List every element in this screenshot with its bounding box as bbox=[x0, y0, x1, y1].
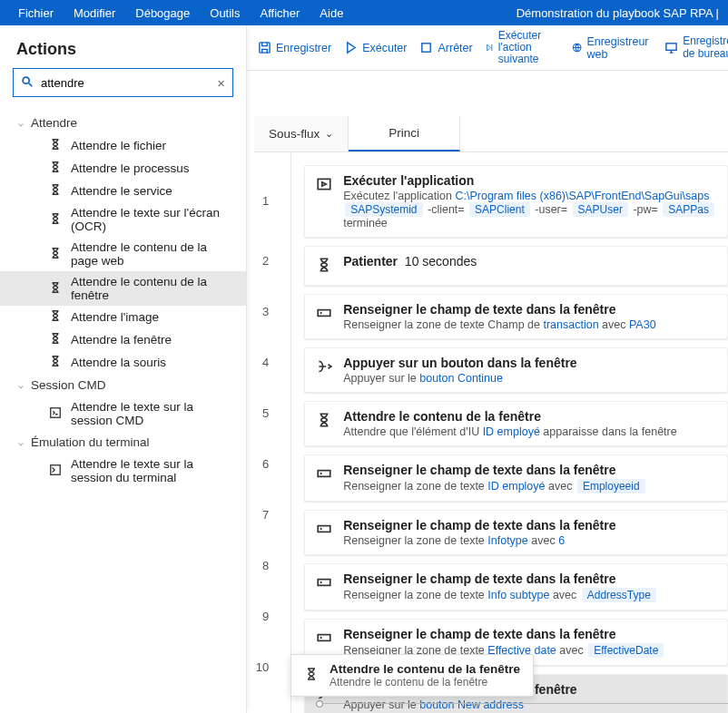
hourglass-icon bbox=[49, 138, 62, 153]
step-card[interactable]: Renseigner le champ de texte dans la fen… bbox=[304, 294, 728, 339]
tree-item[interactable]: Attendre la fenêtre bbox=[0, 328, 246, 351]
menu-bar: FichierModifierDébogageOutilsAfficherAid… bbox=[0, 0, 728, 25]
steps-list: Exécuter l'applicationExécutez l'applica… bbox=[291, 152, 728, 713]
drag-hint-tooltip: Attendre le contenu de la fenêtre Attend… bbox=[290, 654, 534, 697]
step-description: Renseigner la zone de texte Infotype ave… bbox=[343, 534, 716, 547]
hint-subtitle: Attendre le contenu de la fenêtre bbox=[330, 676, 520, 689]
menu-item[interactable]: Débogage bbox=[126, 4, 199, 23]
tree-item[interactable]: Attendre le texte sur la session du term… bbox=[0, 454, 246, 488]
step-title: Renseigner le champ de texte dans la fen… bbox=[343, 302, 716, 317]
tree-item[interactable]: Attendre le contenu de la fenêtre bbox=[0, 271, 246, 306]
tree-item[interactable]: Attendre le texte sur la session CMD bbox=[0, 396, 246, 431]
tree-item-label: Attendre l'image bbox=[71, 310, 159, 324]
menu-item[interactable]: Modifier bbox=[64, 4, 124, 23]
step-description: Renseigner la zone de texte Info subtype… bbox=[343, 588, 716, 602]
actions-sidebar: Actions × ⌵AttendreAttendre le fichierAt… bbox=[0, 25, 247, 713]
tree-item-label: Attendre le texte sur l'écran (OCR) bbox=[71, 206, 237, 233]
tree-item[interactable]: Attendre le service bbox=[0, 180, 246, 202]
line-gutter: 12345678910 bbox=[247, 152, 291, 713]
step-card[interactable]: Renseigner le champ de texte dans la fen… bbox=[304, 510, 728, 555]
hourglass-icon bbox=[316, 257, 332, 273]
tree-item[interactable]: Attendre l'image bbox=[0, 306, 246, 328]
step-title: Renseigner le champ de texte dans la fen… bbox=[343, 518, 716, 532]
chevron-down-icon: ⌄ bbox=[325, 128, 333, 140]
textbox-icon bbox=[316, 305, 332, 321]
hourglass-icon bbox=[49, 183, 62, 199]
step-title: Attendre le contenu de la fenêtre bbox=[343, 409, 716, 424]
line-number: 3 bbox=[247, 286, 290, 337]
step-card[interactable]: Patienter 10 secondes bbox=[304, 246, 728, 286]
main-area: Sous-flux ⌄ Princi 12345678910 Exécuter … bbox=[247, 71, 728, 713]
menu-item[interactable]: Fichier bbox=[9, 4, 63, 23]
hourglass-icon bbox=[304, 667, 319, 684]
tree-item[interactable]: Attendre la souris bbox=[0, 351, 246, 374]
step-title: Renseigner le champ de texte dans la fen… bbox=[343, 571, 716, 586]
line-number: 9 bbox=[247, 591, 290, 641]
stop-button[interactable]: Arrêter bbox=[419, 41, 472, 54]
search-box[interactable]: × bbox=[13, 68, 233, 97]
menu-item[interactable]: Aide bbox=[310, 4, 352, 23]
line-number: 8 bbox=[247, 540, 290, 591]
hourglass-icon bbox=[49, 212, 62, 228]
step-title: Renseigner le champ de texte dans la fen… bbox=[343, 463, 716, 477]
textbox-icon bbox=[316, 630, 332, 646]
hint-title: Attendre le contenu de la fenêtre bbox=[330, 662, 520, 676]
tree-group[interactable]: ⌵Attendre bbox=[0, 112, 246, 134]
line-number: 10 bbox=[247, 641, 290, 692]
tree-item-label: Attendre le fichier bbox=[71, 139, 166, 152]
tree-item-label: Attendre le contenu de la page web bbox=[71, 240, 237, 268]
drop-indicator bbox=[320, 703, 728, 704]
line-number: 7 bbox=[247, 489, 290, 540]
run-next-action-button[interactable]: Exécuter l'actionsuivante bbox=[486, 30, 546, 66]
cursor-icon bbox=[316, 358, 332, 375]
menu-item[interactable]: Afficher bbox=[251, 4, 310, 23]
step-description: Renseigner la zone de texte Champ de tra… bbox=[343, 318, 716, 331]
step-description: Exécutez l'application C:\Program files … bbox=[343, 190, 716, 202]
step-title: Renseigner le champ de texte dans la fen… bbox=[343, 627, 716, 641]
line-number: 2 bbox=[247, 235, 290, 286]
step-description: Appuyer sur le bouton New address bbox=[343, 698, 716, 711]
step-card[interactable]: Exécuter l'applicationExécutez l'applica… bbox=[304, 165, 728, 238]
search-icon bbox=[21, 75, 34, 91]
step-description: terminée bbox=[343, 217, 716, 230]
desktop-recorder-button[interactable]: Enregistrementde bureau bbox=[664, 35, 728, 59]
web-recorder-button[interactable]: Enregistreur web bbox=[572, 35, 652, 61]
tree-item[interactable]: Attendre le fichier bbox=[0, 134, 246, 157]
search-input[interactable] bbox=[41, 76, 210, 90]
save-button[interactable]: Enregistrer bbox=[258, 41, 331, 54]
tree-group[interactable]: ⌵Émulation du terminal bbox=[0, 431, 246, 454]
tree-item[interactable]: Attendre le processus bbox=[0, 157, 246, 180]
tree-item-label: Attendre la souris bbox=[71, 356, 166, 369]
window-title: Démonstration du playbook SAP RPA | bbox=[516, 6, 719, 20]
step-description: Appuyer sur le bouton Continue bbox=[343, 372, 716, 385]
run-button[interactable]: Exécuter bbox=[344, 41, 407, 54]
textbox-icon bbox=[316, 521, 332, 537]
hourglass-icon bbox=[49, 355, 62, 370]
subflows-dropdown[interactable]: Sous-flux ⌄ bbox=[254, 116, 349, 151]
menu-left: FichierModifierDébogageOutilsAfficherAid… bbox=[9, 4, 352, 23]
step-card[interactable]: Renseigner le champ de texte dans la fen… bbox=[304, 454, 728, 502]
hourglass-icon bbox=[316, 412, 332, 428]
tab-main[interactable]: Princi bbox=[349, 116, 460, 151]
play-window-icon bbox=[316, 176, 332, 192]
clear-search-icon[interactable]: × bbox=[217, 75, 225, 91]
terminal-icon bbox=[49, 464, 62, 479]
step-card[interactable]: Renseigner le champ de texte dans la fen… bbox=[304, 563, 728, 610]
tree-group[interactable]: ⌵Session CMD bbox=[0, 374, 246, 396]
step-card[interactable]: Appuyer sur un bouton dans la fenêtreApp… bbox=[304, 347, 728, 393]
chevron-down-icon: ⌵ bbox=[18, 380, 24, 390]
textbox-icon bbox=[316, 465, 332, 482]
step-card[interactable]: Attendre le contenu de la fenêtreAttendr… bbox=[304, 401, 728, 446]
hourglass-icon bbox=[49, 309, 62, 325]
tree-item[interactable]: Attendre le contenu de la page web bbox=[0, 237, 246, 271]
tree-item[interactable]: Attendre le texte sur l'écran (OCR) bbox=[0, 202, 246, 237]
tree-item-label: Attendre le processus bbox=[71, 161, 190, 175]
textbox-icon bbox=[316, 574, 332, 591]
hourglass-icon bbox=[49, 247, 62, 262]
tab-strip: Sous-flux ⌄ Princi bbox=[254, 116, 728, 152]
flow-area: 12345678910 Exécuter l'applicationExécut… bbox=[247, 152, 728, 713]
menu-item[interactable]: Outils bbox=[201, 4, 249, 23]
step-title: Appuyer sur un bouton dans la fenêtre bbox=[343, 356, 716, 370]
hourglass-icon bbox=[49, 332, 62, 347]
tree-item-label: Attendre le texte sur la session CMD bbox=[71, 400, 237, 427]
